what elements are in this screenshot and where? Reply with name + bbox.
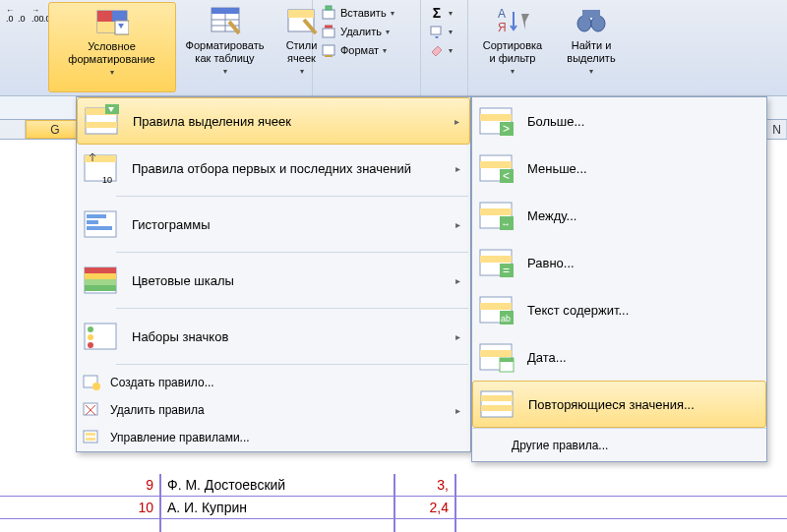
format-as-table-button[interactable]: Форматировать как таблицу▾ (176, 2, 274, 92)
svg-rect-78 (481, 391, 513, 417)
cell-value[interactable] (395, 519, 456, 532)
cell-rownum[interactable] (0, 519, 161, 532)
svg-rect-67 (480, 256, 512, 263)
sort-filter-button[interactable]: АЯ Сортировка и фильтр▾ (472, 2, 553, 92)
svg-rect-19 (326, 6, 332, 10)
svg-rect-55 (480, 114, 512, 121)
menu-color-scales[interactable]: Цветовые шкалы ▸ (77, 257, 470, 304)
svg-rect-36 (87, 214, 106, 218)
submenu-between[interactable]: ↔ Между... (472, 192, 766, 239)
new-rule-icon (81, 373, 102, 392)
menu-label: Текст содержит... (527, 303, 629, 318)
submenu-less-than[interactable]: < Меньше... (472, 145, 766, 192)
sigma-icon: Σ (429, 5, 445, 21)
svg-rect-63 (480, 208, 512, 215)
autosum-button[interactable]: Σ▾ (429, 5, 459, 21)
menu-label: Удалить правила (110, 403, 205, 417)
menu-label: Управление правилами... (110, 431, 250, 444)
data-bars-icon (81, 206, 122, 243)
cell-rownum[interactable]: 10 (0, 497, 161, 518)
menu-data-bars[interactable]: Гистограммы ▸ (77, 201, 470, 248)
delete-icon (321, 24, 336, 39)
svg-point-25 (577, 16, 591, 31)
cell-value[interactable]: 2,4 (395, 497, 456, 518)
delete-button[interactable]: Удалить ▾ (321, 24, 412, 39)
menu-clear-rules[interactable]: Удалить правила ▸ (77, 396, 470, 424)
text-contains-icon: ab (476, 291, 517, 328)
submenu-date-occurring[interactable]: Дата... (472, 333, 766, 381)
svg-rect-20 (323, 29, 334, 37)
submenu-arrow-icon: ▸ (455, 331, 460, 342)
conditional-formatting-button[interactable]: Условное форматирование▾ (48, 2, 176, 92)
button-label: Формат (340, 44, 379, 56)
svg-rect-77 (500, 358, 514, 362)
menu-label: Правила выделения ячеек (133, 114, 291, 129)
svg-rect-59 (480, 161, 512, 168)
clear-rules-icon (81, 400, 102, 420)
date-icon (476, 338, 517, 376)
svg-rect-7 (97, 11, 112, 22)
button-label: Сортировка и фильтр (483, 39, 542, 65)
menu-label: Меньше... (527, 161, 587, 176)
svg-text:10: 10 (102, 175, 112, 185)
eraser-icon (429, 42, 445, 58)
cell-text[interactable]: Ф. М. Достоевский (161, 474, 395, 496)
menu-label: Правила отбора первых и последних значен… (132, 161, 411, 176)
menu-label: Наборы значков (132, 329, 228, 344)
svg-rect-52 (86, 433, 95, 436)
dropdown-icon: ▾ (511, 65, 515, 78)
svg-point-26 (591, 16, 605, 31)
submenu-text-contains[interactable]: ab Текст содержит... (472, 286, 766, 333)
menu-highlight-rules[interactable]: Правила выделения ячеек ▸ (77, 97, 470, 145)
menu-label: Повторяющиеся значения... (528, 397, 695, 412)
colhdr-blank[interactable] (0, 120, 26, 139)
cell-text[interactable] (161, 519, 395, 532)
insert-button[interactable]: Вставить ▾ (321, 5, 412, 21)
dropdown-icon: ▾ (386, 28, 390, 36)
dropdown-icon: ▾ (383, 46, 387, 55)
svg-rect-40 (85, 267, 116, 273)
menu-top-bottom-rules[interactable]: 10 Правила отбора первых и последних зна… (77, 145, 470, 192)
fill-icon (429, 24, 445, 39)
colhdr-n[interactable]: N (767, 120, 787, 139)
submenu-more-rules[interactable]: Другие правила... (472, 428, 766, 461)
menu-new-rule[interactable]: Создать правило... (77, 369, 470, 396)
submenu-greater-than[interactable]: > Больше... (472, 97, 766, 145)
table-row[interactable]: 10 А. И. Куприн 2,4 (0, 497, 787, 519)
format-button[interactable]: Формат ▾ (321, 42, 412, 58)
color-scales-icon (81, 262, 122, 299)
submenu-duplicate-values[interactable]: Повторяющиеся значения... (472, 381, 766, 428)
menu-manage-rules[interactable]: Управление правилами... (77, 424, 470, 451)
submenu-equal-to[interactable]: = Равно... (472, 239, 766, 286)
svg-rect-51 (84, 431, 97, 443)
menu-label: Между... (527, 208, 576, 223)
svg-rect-42 (85, 279, 116, 285)
format-icon (321, 42, 336, 58)
dropdown-icon: ▾ (110, 66, 114, 79)
cell-value[interactable]: 3, (395, 474, 456, 496)
fill-button[interactable]: ▾ (429, 24, 459, 39)
cell-rownum[interactable]: 9 (0, 474, 161, 496)
svg-rect-30 (86, 122, 117, 128)
svg-text:↔: ↔ (501, 218, 511, 229)
clear-button[interactable]: ▾ (429, 42, 459, 58)
dropdown-icon: ▾ (449, 9, 453, 18)
svg-rect-33 (85, 155, 116, 162)
insert-icon (321, 5, 336, 21)
increase-decimal-button[interactable]: ←.0.00 (6, 4, 26, 26)
svg-rect-80 (481, 405, 513, 411)
cell-text[interactable]: А. И. Куприн (161, 497, 395, 518)
between-icon: ↔ (476, 197, 517, 234)
menu-label: Дата... (527, 350, 567, 365)
table-row[interactable] (0, 519, 787, 532)
table-row[interactable]: 9 Ф. М. Достоевский 3, (0, 474, 787, 497)
find-select-button[interactable]: Найти и выделить▾ (553, 2, 630, 92)
conditional-formatting-menu: Правила выделения ячеек ▸ 10 Правила отб… (76, 96, 471, 452)
svg-rect-75 (480, 350, 512, 357)
svg-text:.00: .00 (31, 14, 44, 24)
menu-icon-sets[interactable]: Наборы значков ▸ (77, 313, 470, 360)
svg-rect-21 (323, 45, 334, 55)
svg-rect-12 (212, 8, 239, 14)
dropdown-icon: ▾ (300, 65, 304, 78)
styles-group: Условное форматирование▾ Форматировать к… (65, 0, 313, 95)
